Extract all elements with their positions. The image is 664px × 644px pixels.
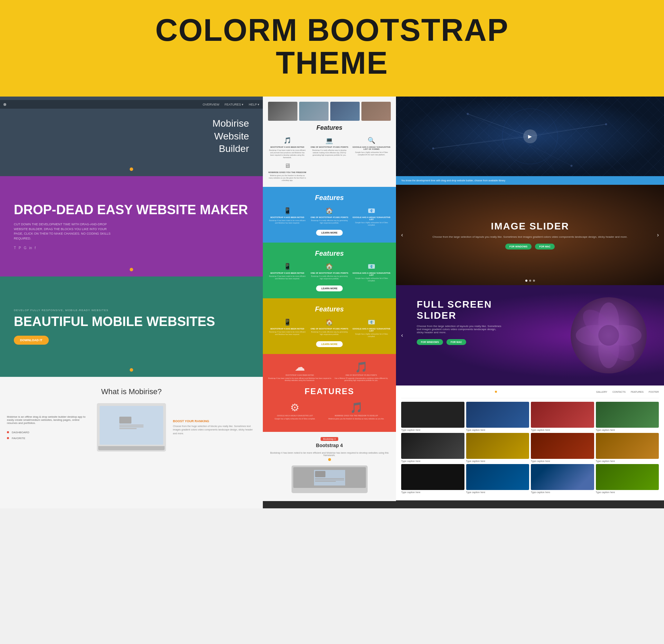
what-section: What is Mobirise? Mobirise is an offline… — [0, 377, 263, 508]
yellow-feature-1: 📱 BOOTSTRAP 4 HAS BEEN NOTED Bootstrap 4… — [268, 318, 307, 338]
features-blue-section: Features 📱 BOOTSTRAP 4 HAS BEEN NOTED Bo… — [263, 187, 396, 243]
gallery-item-9: Type caption here — [401, 464, 464, 493]
slider-dot-2[interactable] — [529, 280, 531, 282]
slider-arrow-left[interactable]: ‹ — [401, 232, 403, 238]
note-icon: 🎵 — [329, 401, 384, 414]
slider-mac-btn[interactable]: FOR MAC — [535, 244, 555, 250]
gallery-nav-contacts[interactable]: CONTACTS — [612, 391, 626, 394]
orange-dot-1 — [130, 167, 133, 171]
gallery-nav-features[interactable]: FEATURES — [631, 391, 644, 394]
blue-text-1: Bootstrap 4 has been noted to be more ef… — [268, 219, 307, 224]
fullscreen-description: Choose from the large selection of layou… — [417, 325, 503, 334]
features-blue-title: Features — [268, 194, 391, 202]
gallery-nav-footer[interactable]: FOOTER — [649, 391, 659, 394]
gallery-thumb-2[interactable] — [466, 402, 529, 428]
play-button[interactable]: ▶ — [523, 129, 537, 143]
green-heading-2: ONE OF BOOTSTRAP 4'S BIG POINTS — [310, 272, 349, 274]
gallery-thumb-10[interactable] — [466, 464, 529, 490]
bootstrap-badge: Bootstrap 4 — [321, 437, 339, 441]
gallery-caption-4: Type caption here — [596, 429, 659, 431]
features-red-title-container: FEATURES — [268, 387, 391, 396]
fullscreen-arrow-left[interactable]: ‹ — [401, 332, 403, 338]
bootstrap-title: Bootstrap 4 — [316, 443, 343, 448]
blue-info-text: You know the development time with drag-… — [401, 179, 505, 182]
cloud-icon: ☁ — [268, 361, 332, 373]
blue-text-3: Google has a highly exhaustive list of S… — [352, 221, 391, 226]
red-heading-2: ONE OF BOOTSTRAP 4'S BIG POINTS — [332, 374, 391, 376]
teal-section: DEVELOP FULLY RESPONSIVE, MOBILE-READY W… — [0, 276, 263, 377]
gallery-item-6: Type caption here — [466, 433, 529, 462]
feature-text-2: Bootstrap 4 is really effective way to d… — [310, 149, 349, 156]
yellow-feature-2: 🏠 ONE OF BOOTSTRAP 4'S BIG POINTS Bootst… — [310, 318, 349, 338]
feature-text-3: Google has a highly exhaustive list of S… — [352, 151, 391, 156]
gallery-thumb-3[interactable] — [531, 402, 594, 428]
google-icon[interactable]: G — [24, 246, 27, 250]
slider-arrow-right[interactable]: › — [657, 232, 659, 238]
facebook-icon[interactable]: f — [35, 246, 36, 250]
nav-overview[interactable]: OVERVIEW — [203, 103, 219, 106]
learn-more-btn-blue[interactable]: LEARN MORE — [316, 230, 343, 236]
learn-more-btn-green[interactable]: LEARN MORE — [316, 285, 343, 291]
feature-item-1: 🎵 BOOTSTRAP 4 HAS BEEN NOTED Bootstrap 4… — [268, 137, 307, 159]
features-blue-grid: 📱 BOOTSTRAP 4 HAS BEEN NOTED Bootstrap 4… — [268, 207, 391, 226]
title-line1: COLORM BOOTSTRAP — [155, 13, 509, 47]
red-text-1: Bootstrap 4 has been noted to be more ef… — [268, 377, 332, 381]
blue-icon-2: 🏠 — [310, 207, 349, 215]
gallery-thumb-11[interactable] — [531, 464, 594, 490]
slider-description: Choose from the large selection of layou… — [417, 235, 643, 238]
what-title: What is Mobirise? — [101, 387, 162, 396]
twitter-icon[interactable]: T — [14, 246, 16, 250]
item-favorite: FAVORITE — [12, 437, 25, 440]
gallery-thumb-4[interactable] — [596, 402, 659, 428]
yellow-heading-2: ONE OF BOOTSTRAP 4'S BIG POINTS — [310, 328, 349, 330]
svg-line-17 — [433, 136, 530, 148]
gallery-thumb-1[interactable] — [401, 402, 464, 428]
fullscreen-mac-btn[interactable]: FOR MAC — [446, 339, 466, 345]
gallery-thumb-7[interactable] — [531, 433, 594, 459]
nav-features[interactable]: FEATURES ▾ — [224, 103, 243, 106]
nav-help[interactable]: HELP ▾ — [249, 103, 259, 106]
download-button[interactable]: DOWNLOAD IT — [14, 336, 49, 345]
boost-text: Choose from the huge selection of blocks… — [173, 425, 256, 436]
fullscreen-slider-section: ‹ FULL SCREENSLIDER Choose from the larg… — [396, 285, 664, 386]
features-yellow-title: Features — [268, 305, 391, 313]
slider-buttons: FOR WINDOWS FOR MAC — [417, 244, 643, 250]
learn-more-btn-yellow[interactable]: LEARN MORE — [316, 341, 343, 347]
linkedin-icon[interactable]: in — [29, 246, 32, 250]
blue-heading-1: BOOTSTRAP 4 HAS BEEN NOTED — [268, 216, 307, 218]
slider-dot-1[interactable] — [525, 280, 527, 282]
green-feature-2: 🏠 ONE OF BOOTSTRAP 4'S BIG POINTS Bootst… — [310, 263, 349, 282]
gallery-thumb-6[interactable] — [466, 433, 529, 459]
svg-rect-4 — [119, 428, 137, 429]
feature-heading-2: ONE OF BOOTSTRAP 4'S BIG POINTS — [310, 146, 349, 148]
fullscreen-windows-btn[interactable]: FOR WINDOWS — [417, 339, 443, 345]
orange-dot-3 — [130, 368, 133, 372]
gallery-thumb-9[interactable] — [401, 464, 464, 490]
slider-dot-3[interactable] — [533, 280, 535, 282]
blue-heading-3: GOOGLE HAS A HIGHLY EXHAUSTIVE LIST — [352, 216, 391, 220]
blue-heading-2: ONE OF BOOTSTRAP 4'S BIG POINTS — [310, 216, 349, 218]
gallery-thumb-5[interactable] — [401, 433, 464, 459]
what-left: Mobirise is an offline drag & drop websi… — [7, 415, 90, 440]
svg-line-13 — [433, 124, 606, 148]
pinterest-icon[interactable]: P — [19, 246, 21, 250]
features-green-section: Features 📱 BOOTSTRAP 4 HAS BEEN NOTED Bo… — [263, 243, 396, 298]
gallery-item-4: Type caption here — [596, 402, 659, 431]
gallery-caption-5: Type caption here — [401, 460, 464, 462]
bootstrap-dot — [328, 458, 331, 461]
feature-heading-4: MOBIRISE GIVES YOU THE FREEDOM — [268, 171, 307, 173]
feature-heading-3: GOOGLE HAS A HIGHLY EXHAUSTIVE LIST OF F… — [352, 146, 391, 150]
blue-feature-2: 🏠 ONE OF BOOTSTRAP 4'S BIG POINTS Bootst… — [310, 207, 349, 226]
gallery-thumb-8[interactable] — [596, 433, 659, 459]
gallery-thumb-12[interactable] — [596, 464, 659, 490]
yellow-icon-1: 📱 — [268, 318, 307, 326]
gallery-logo-dot — [495, 391, 497, 393]
gallery-nav-gallery[interactable]: GALLERY — [596, 391, 607, 394]
features-green-title: Features — [268, 250, 391, 257]
green-icon-2: 🏠 — [310, 263, 349, 270]
svg-point-21 — [571, 165, 573, 167]
feat-img-4 — [361, 102, 391, 121]
red-icon-1: ☁ BOOTSTRAP 4 HAS BEEN NOTED Bootstrap 4… — [268, 361, 332, 381]
mobirise-nav: OVERVIEW FEATURES ▾ HELP ▾ — [0, 100, 263, 109]
slider-windows-btn[interactable]: FOR WINDOWS — [505, 244, 532, 250]
